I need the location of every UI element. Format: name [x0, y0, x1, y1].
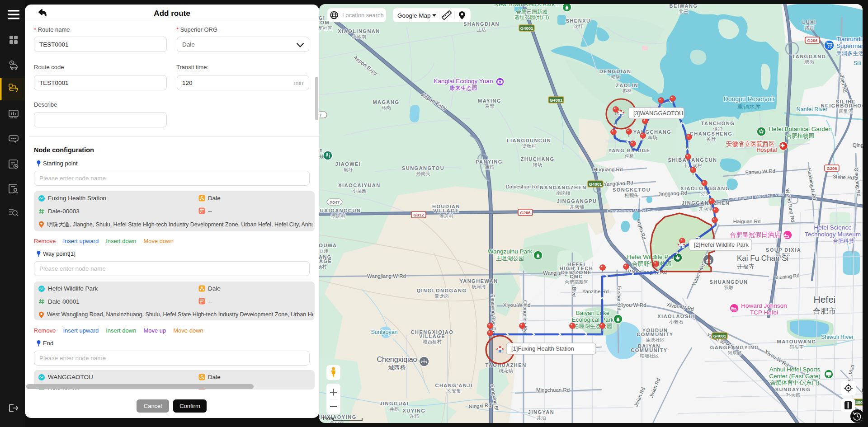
- svg-text:New Town Relics Park...: New Town Relics Park...: [494, 1, 560, 8]
- svg-text:Hefei Botanical Garden: Hefei Botanical Garden: [769, 126, 832, 132]
- svg-text:Chengxiqiao: Chengxiqiao: [377, 356, 417, 363]
- svg-text:XIAOLAOSHI: XIAOLAOSHI: [657, 314, 695, 319]
- svg-text:BEIWANG: BEIWANG: [669, 3, 698, 9]
- svg-text:Howard Johnson: Howard Johnson: [741, 302, 787, 309]
- svg-text:许郢: 许郢: [409, 413, 419, 419]
- svg-text:TANGGANG: TANGGANG: [792, 54, 826, 59]
- svg-text:MATOUWANG: MATOUWANG: [777, 339, 816, 344]
- svg-text:MAGANG: MAGANG: [373, 99, 399, 105]
- svg-text:LIANGDUNCUN: LIANGDUNCUN: [507, 138, 551, 143]
- svg-text:SUNGANGTOU: SUNGANGTOU: [402, 165, 444, 171]
- svg-text:G312: G312: [413, 212, 424, 217]
- svg-text:YANGCHANG: YANGCHANG: [633, 129, 672, 135]
- svg-text:邓店: 邓店: [611, 74, 621, 80]
- svg-text:合肥皇冠假日酒店: 合肥皇冠假日酒店: [730, 231, 780, 238]
- svg-text:SHUANGDUN: SHUANGDUN: [710, 279, 748, 285]
- svg-text:Wangzuihu Park: Wangzuihu Park: [488, 248, 533, 255]
- svg-text:PANYING: PANYING: [476, 159, 503, 164]
- svg-text:潘郢: 潘郢: [485, 164, 494, 170]
- svg-text:Ecological Park: Ecological Park: [571, 316, 613, 323]
- svg-text:双墩: 双墩: [724, 285, 734, 290]
- svg-text:Sunlaoyan: Sunlaoyan: [371, 329, 397, 335]
- svg-text:JINGYAN: JINGYAN: [528, 409, 554, 415]
- svg-text:合肥体育中心(东门): 合肥体育中心(东门): [770, 379, 819, 386]
- svg-text:井拐: 井拐: [390, 406, 399, 412]
- svg-text:Jinggang Rd: Jinggang Rd: [658, 190, 687, 197]
- svg-text:油塘社区: 油塘社区: [646, 337, 665, 343]
- svg-text:Nanfei River: Nanfei River: [797, 106, 828, 113]
- svg-text:柏堰社区: 柏堰社区: [639, 353, 659, 358]
- svg-text:井泊: 井泊: [537, 415, 546, 420]
- svg-text:小岭南: 小岭南: [352, 34, 366, 39]
- svg-text:Lor: Lor: [862, 388, 868, 393]
- svg-text:TANCHONG: TANCHONG: [701, 121, 735, 126]
- svg-text:Dongpu Reservoir: Dongpu Reservoir: [724, 95, 775, 103]
- svg-text:Kanglai Ecology Yuan: Kanglai Ecology Yuan: [434, 78, 493, 84]
- svg-text:岗房郢: 岗房郢: [727, 350, 742, 356]
- svg-text:Fushan Rd: Fushan Rd: [617, 286, 622, 310]
- svg-text:安徽省立医院西区: 安徽省立医院西区: [726, 141, 775, 147]
- svg-text:马岗: 马岗: [382, 105, 391, 110]
- svg-text:LUXI: LUXI: [802, 19, 816, 25]
- svg-text:QINGLONGGANG: QINGLONGGANG: [417, 288, 467, 293]
- svg-text:Location search: Location search: [342, 12, 384, 19]
- svg-text:城西桥村: 城西桥村: [422, 339, 442, 344]
- svg-text:JIAOWEI: JIAOWEI: [335, 161, 361, 167]
- svg-text:合肥三国新城: 合肥三国新城: [516, 9, 548, 14]
- svg-text:[3]WANGGAOTOU: [3]WANGGAOTOU: [633, 110, 684, 117]
- svg-text:TCP Hefei: TCP Hefei: [750, 309, 778, 316]
- svg-text:NANGANGZHEN: NANGANGZHEN: [540, 185, 586, 190]
- svg-text:合肥市: 合肥市: [813, 307, 836, 315]
- svg-text:桃花镇: 桃花镇: [499, 368, 513, 373]
- svg-text:Yanzihe Rd: Yanzihe Rd: [582, 289, 609, 294]
- svg-text:G206: G206: [807, 38, 817, 43]
- svg-text:X047: X047: [330, 200, 340, 205]
- svg-text:Huguang Rd: Huguang Rd: [594, 167, 623, 172]
- svg-text:CHANGSHENG: CHANGSHENG: [690, 131, 732, 136]
- svg-text:Dabieshan Rd: Dabieshan Rd: [506, 184, 539, 189]
- svg-text:松颗头: 松颗头: [624, 192, 639, 198]
- svg-text:开福寺: 开福寺: [737, 263, 755, 270]
- svg-text:Baiyan Lake: Baiyan Lake: [576, 310, 609, 316]
- svg-text:SHANGDIAN: SHANGDIAN: [463, 21, 500, 27]
- svg-text:JINGGUAI: JINGGUAI: [379, 401, 409, 406]
- svg-text:NEIGHBORHOOD: NEIGHBORHOOD: [821, 103, 868, 108]
- svg-text:Xiyou W Rd: Xiyou W Rd: [619, 302, 646, 308]
- svg-text:Mingchuan Rd: Mingchuan Rd: [536, 387, 570, 393]
- svg-text:合肥科技: 合肥科技: [833, 238, 854, 244]
- svg-text:路西: 路西: [805, 25, 815, 30]
- svg-text:重铺水库: 重铺水库: [737, 103, 761, 110]
- svg-text:Google Map: Google Map: [397, 12, 431, 19]
- svg-text:孙岗头: 孙岗头: [416, 171, 430, 176]
- svg-text:CMC: CMC: [570, 274, 583, 279]
- svg-text:梁墩村: 梁墩村: [522, 143, 536, 149]
- svg-text:COMMUNITY: COMMUNITY: [637, 332, 673, 337]
- svg-text:JINGGANGZHEN: JINGGANGZHEN: [682, 200, 730, 206]
- svg-text:上店: 上店: [477, 27, 487, 32]
- svg-text:GUAIGANGCUN: GUAIGANGCUN: [316, 208, 361, 213]
- svg-text:1 km: 1 km: [322, 416, 333, 421]
- svg-text:G4001: G4001: [589, 182, 602, 187]
- svg-text:仰桥: 仰桥: [625, 153, 634, 159]
- svg-text:COMMUNITY: COMMUNITY: [631, 347, 667, 353]
- svg-text:n: n: [320, 147, 322, 153]
- svg-text:Superman: Superman: [836, 42, 864, 49]
- svg-text:井岗铺: 井岗铺: [570, 204, 584, 209]
- svg-text:天润多生活超: 天润多生活超: [836, 50, 868, 56]
- svg-text:Hefei Science: Hefei Science: [814, 224, 851, 231]
- svg-text:Tianrundu: Tianrundu: [836, 36, 863, 42]
- svg-text:XIAOCAIYUAN: XIAOCAIYUAN: [338, 183, 381, 188]
- svg-text:柏堰湖生态公园: 柏堰湖生态公园: [573, 323, 613, 329]
- svg-text:小菜园: 小菜园: [352, 188, 367, 193]
- svg-text:Qing: Qing: [853, 142, 863, 148]
- svg-text:Changjiang W Rd Expy: Changjiang W Rd Expy: [607, 208, 658, 214]
- svg-text:XIAOLINGNAN: XIAOLINGNAN: [338, 28, 380, 34]
- svg-text:长胜: 长胜: [707, 136, 717, 142]
- svg-text:CHANG'ANJI: CHANG'ANJI: [435, 383, 472, 388]
- svg-text:王咀湖公园: 王咀湖公园: [496, 255, 524, 262]
- svg-text:杨河湾: 杨河湾: [471, 284, 486, 289]
- svg-text:康来生态园: 康来生态园: [449, 85, 478, 91]
- svg-text:城西桥: 城西桥: [388, 364, 406, 371]
- svg-text:Center (East Gate): Center (East Gate): [769, 373, 820, 380]
- svg-text:Technology Museum: Technology Museum: [805, 231, 861, 238]
